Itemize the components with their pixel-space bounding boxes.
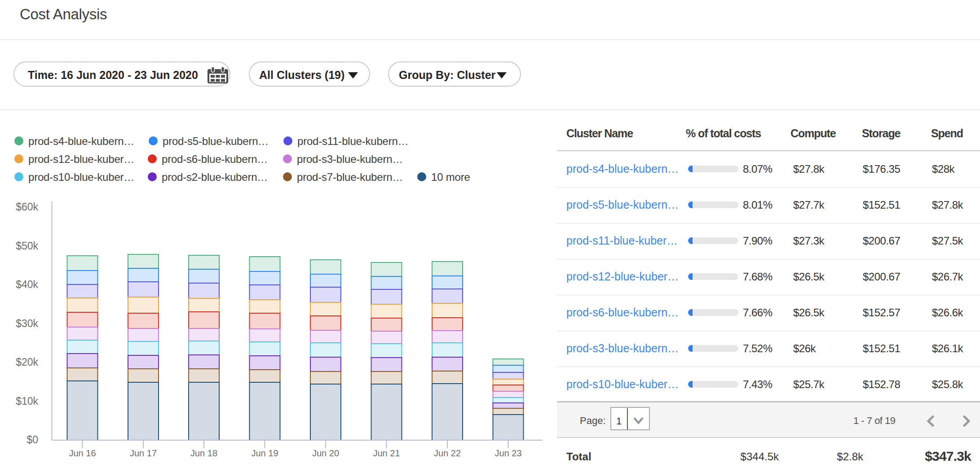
svg-text:Jun 21: Jun 21 <box>373 448 400 458</box>
svg-text:Jun 23: Jun 23 <box>494 448 521 458</box>
svg-text:Jun 22: Jun 22 <box>434 448 461 458</box>
svg-text:$20k: $20k <box>16 356 38 368</box>
svg-text:$60k: $60k <box>16 201 38 213</box>
svg-text:Jun 18: Jun 18 <box>190 448 217 458</box>
svg-text:Jun 20: Jun 20 <box>312 448 339 458</box>
svg-text:Jun 16: Jun 16 <box>69 448 96 458</box>
svg-text:$10k: $10k <box>16 395 38 407</box>
svg-text:$50k: $50k <box>16 240 38 252</box>
svg-text:$40k: $40k <box>16 279 38 290</box>
svg-text:$30k: $30k <box>16 318 38 329</box>
svg-text:Jun 17: Jun 17 <box>130 448 157 458</box>
svg-text:Jun 19: Jun 19 <box>251 448 278 458</box>
svg-text:$0: $0 <box>26 434 38 446</box>
